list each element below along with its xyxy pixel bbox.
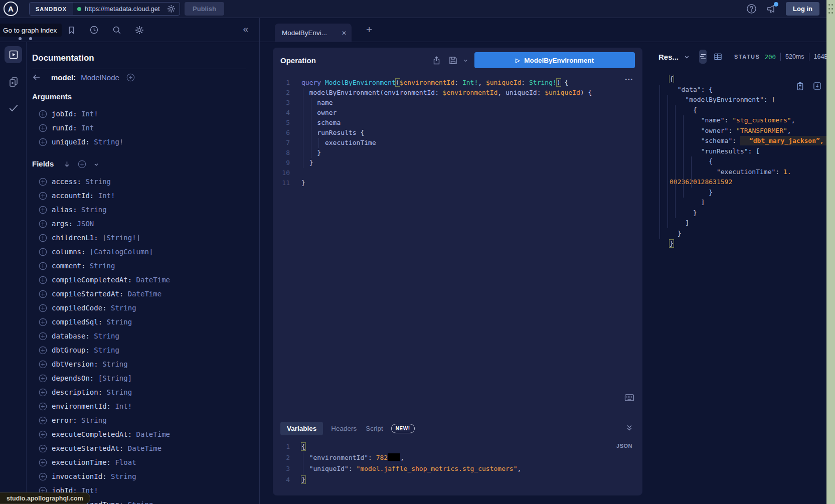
- sort-fields-icon[interactable]: [63, 160, 71, 168]
- argument-row[interactable]: uniqueId: String!: [32, 135, 259, 149]
- add-to-operation-button[interactable]: [39, 458, 47, 467]
- field-row[interactable]: compiledSql: String: [32, 315, 259, 329]
- apollo-logo[interactable]: A: [4, 2, 18, 16]
- add-to-operation-button[interactable]: [39, 262, 47, 270]
- collapse-variables-icon[interactable]: [625, 424, 633, 432]
- add-to-operation-button[interactable]: [39, 206, 47, 214]
- doc-field-type[interactable]: [String]: [94, 374, 132, 382]
- endpoint-url-field[interactable]: https://metadata.cloud.get: [73, 3, 180, 15]
- history-icon[interactable]: [89, 25, 99, 35]
- field-row[interactable]: childrenL1: [String!]: [32, 231, 259, 245]
- add-to-operation-button[interactable]: [39, 304, 47, 312]
- field-row[interactable]: columns: [CatalogColumn]: [32, 245, 259, 259]
- publish-button[interactable]: Publish: [185, 2, 224, 16]
- add-to-operation-button[interactable]: [39, 416, 47, 425]
- field-row[interactable]: comment: String: [32, 259, 259, 273]
- endpoint-settings-gear-icon[interactable]: [167, 5, 176, 13]
- editor-options-icon[interactable]: •••: [625, 77, 633, 82]
- field-row[interactable]: error: String: [32, 413, 259, 427]
- add-to-operation-button[interactable]: [39, 332, 47, 341]
- login-button[interactable]: Log in: [786, 2, 819, 16]
- add-to-operation-button[interactable]: [39, 110, 47, 118]
- add-to-operation-button[interactable]: [39, 276, 47, 284]
- add-to-operation-button[interactable]: [39, 402, 47, 411]
- download-response-icon[interactable]: [813, 82, 821, 91]
- add-to-operation-button[interactable]: [39, 192, 47, 200]
- doc-field-type[interactable]: DateTime: [123, 290, 161, 298]
- search-icon[interactable]: [112, 26, 121, 35]
- doc-field-type[interactable]: JSON: [73, 220, 94, 228]
- field-row[interactable]: executeCompletedAt: DateTime: [32, 427, 259, 441]
- operations-tab-icon[interactable]: [5, 46, 22, 63]
- operation-editor[interactable]: 1query ModelByEnvironment($environmentId…: [273, 73, 642, 415]
- doc-field-type[interactable]: DateTime: [132, 276, 170, 284]
- doc-field-type[interactable]: DateTime: [132, 430, 170, 438]
- add-to-operation-button[interactable]: [39, 346, 47, 355]
- bookmark-icon[interactable]: [67, 26, 76, 35]
- doc-field-type[interactable]: String: [123, 500, 153, 504]
- fields-options-chevron-icon[interactable]: [93, 161, 99, 167]
- add-to-operation-button[interactable]: [39, 178, 47, 186]
- doc-field-type[interactable]: [String!]: [98, 234, 140, 242]
- doc-field-type[interactable]: Int: [77, 124, 94, 132]
- add-to-operation-button[interactable]: [39, 124, 47, 132]
- field-row[interactable]: accountId: Int!: [32, 189, 259, 203]
- field-row[interactable]: compileStartedAt: DateTime: [32, 287, 259, 301]
- add-to-operation-button[interactable]: [39, 234, 47, 242]
- announcements-megaphone-icon[interactable]: [766, 4, 777, 14]
- add-all-fields-button[interactable]: [78, 160, 86, 169]
- add-to-operation-button[interactable]: [39, 360, 47, 369]
- field-row[interactable]: compileCompletedAt: DateTime: [32, 273, 259, 287]
- response-title[interactable]: Res...: [658, 53, 679, 61]
- add-to-operation-button[interactable]: [39, 388, 47, 397]
- add-to-operation-button[interactable]: [39, 138, 47, 146]
- add-to-operation-button[interactable]: [39, 444, 47, 453]
- operation-tab[interactable]: ModelByEnvi... ✕: [275, 24, 352, 42]
- checks-icon[interactable]: [5, 99, 22, 116]
- doc-field-type[interactable]: String!: [90, 138, 123, 146]
- sandbox-chip[interactable]: SANDBOX: [30, 3, 73, 15]
- doc-field-type[interactable]: String: [77, 206, 107, 214]
- doc-field-type[interactable]: Float: [111, 458, 136, 466]
- doc-field-type[interactable]: String: [90, 346, 119, 354]
- doc-field-type[interactable]: String: [102, 388, 132, 396]
- schema-diff-icon[interactable]: [5, 73, 22, 90]
- doc-field-type[interactable]: String: [81, 178, 111, 186]
- add-to-operation-button[interactable]: [39, 318, 47, 326]
- field-row[interactable]: executeStartedAt: DateTime: [32, 441, 259, 455]
- add-to-operation-button[interactable]: [39, 220, 47, 228]
- save-operation-icon[interactable]: [448, 56, 458, 65]
- settings-gear-icon[interactable]: [135, 26, 144, 35]
- field-row[interactable]: args: JSON: [32, 217, 259, 231]
- field-row[interactable]: compiledCode: String: [32, 301, 259, 315]
- collapse-panel-icon[interactable]: «: [243, 24, 248, 34]
- add-field-button[interactable]: [126, 73, 135, 82]
- doc-field-type[interactable]: String: [77, 416, 107, 424]
- field-row[interactable]: executionTime: Float: [32, 455, 259, 469]
- add-to-operation-button[interactable]: [39, 374, 47, 383]
- field-row[interactable]: access: String: [32, 175, 259, 189]
- doc-field-type[interactable]: DateTime: [123, 444, 161, 452]
- field-row[interactable]: alias: String: [32, 203, 259, 217]
- breadcrumb-type[interactable]: ModelNode: [81, 73, 119, 82]
- keyboard-shortcuts-icon[interactable]: [624, 394, 634, 402]
- field-row[interactable]: database: String: [32, 329, 259, 343]
- doc-field-type[interactable]: String: [107, 472, 136, 480]
- field-row[interactable]: environmentId: Int!: [32, 399, 259, 413]
- field-row[interactable]: description: String: [32, 385, 259, 399]
- doc-field-type[interactable]: Int!: [94, 192, 115, 200]
- new-tab-button[interactable]: +: [362, 23, 376, 37]
- add-to-operation-button[interactable]: [39, 290, 47, 298]
- add-to-operation-button[interactable]: [39, 472, 47, 481]
- doc-field-type[interactable]: Int!: [111, 402, 132, 410]
- tab-script[interactable]: Script: [365, 425, 384, 432]
- doc-field-type[interactable]: String: [102, 318, 132, 326]
- doc-field-type[interactable]: String: [90, 332, 119, 340]
- add-to-operation-button[interactable]: [39, 248, 47, 256]
- tab-headers[interactable]: Headers: [330, 425, 358, 432]
- help-icon[interactable]: [746, 4, 757, 14]
- field-row[interactable]: dbtGroup: String: [32, 343, 259, 357]
- doc-field-type[interactable]: Int!: [77, 110, 98, 118]
- variables-editor[interactable]: 1{2 "environmentId": 782,3 "uniqueId": "…: [273, 439, 642, 493]
- copy-response-icon[interactable]: [796, 82, 804, 91]
